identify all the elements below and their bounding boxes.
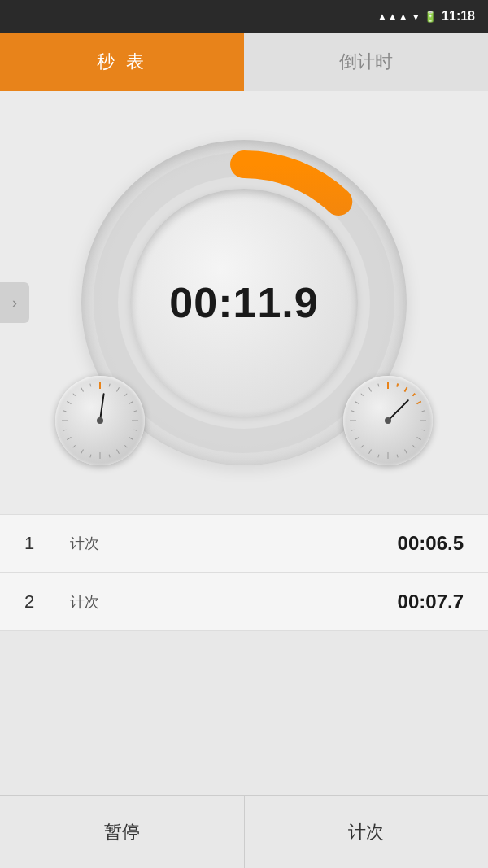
lap-1-number: 1 bbox=[24, 533, 57, 554]
svg-line-13 bbox=[81, 387, 84, 391]
svg-line-27 bbox=[100, 394, 104, 421]
tab-bar: 秒 表 倒计时 bbox=[0, 33, 488, 91]
lap-1-time: 00:06.5 bbox=[398, 532, 464, 555]
svg-line-49 bbox=[351, 430, 355, 430]
svg-line-9 bbox=[81, 450, 84, 454]
tab-stopwatch-label: 秒 表 bbox=[97, 50, 147, 74]
pause-button[interactable]: 暂停 bbox=[0, 796, 245, 868]
svg-line-57 bbox=[417, 402, 421, 404]
svg-line-14 bbox=[109, 384, 110, 387]
svg-line-56 bbox=[412, 394, 415, 396]
svg-line-52 bbox=[378, 384, 379, 387]
lap-2-label: 计次 bbox=[57, 592, 398, 612]
svg-line-58 bbox=[388, 400, 408, 421]
dial-left-ticks bbox=[55, 376, 145, 465]
pause-label: 暂停 bbox=[104, 820, 140, 844]
signal-icon: ▲▲▲ bbox=[377, 11, 408, 23]
svg-line-19 bbox=[109, 455, 110, 458]
svg-line-50 bbox=[351, 411, 355, 412]
dial-right-ticks bbox=[343, 376, 433, 465]
svg-line-46 bbox=[397, 455, 398, 458]
svg-point-59 bbox=[385, 417, 391, 424]
lap-1-label: 计次 bbox=[57, 534, 398, 553]
svg-line-55 bbox=[405, 387, 407, 391]
svg-line-25 bbox=[90, 384, 91, 387]
svg-line-48 bbox=[361, 445, 364, 447]
svg-line-33 bbox=[417, 438, 421, 440]
svg-line-54 bbox=[397, 384, 398, 387]
svg-line-3 bbox=[117, 387, 120, 391]
status-icons: ▲▲▲ ▾ 🔋 11:18 bbox=[377, 9, 475, 24]
arrow-button[interactable]: › bbox=[0, 282, 29, 323]
svg-point-28 bbox=[97, 417, 103, 424]
svg-line-51 bbox=[361, 394, 364, 396]
svg-line-45 bbox=[412, 445, 415, 447]
svg-line-4 bbox=[129, 402, 133, 404]
svg-line-23 bbox=[63, 411, 67, 412]
lap-2-time: 00:07.7 bbox=[398, 591, 464, 613]
svg-line-44 bbox=[422, 430, 425, 430]
svg-line-17 bbox=[134, 430, 137, 430]
svg-line-21 bbox=[73, 445, 76, 447]
svg-line-39 bbox=[355, 402, 359, 404]
timer-inner-circle: 00:11.9 bbox=[130, 189, 358, 417]
timer-display: 00:11.9 bbox=[169, 278, 318, 327]
tab-countdown[interactable]: 倒计时 bbox=[244, 33, 488, 91]
svg-line-10 bbox=[67, 438, 71, 440]
svg-line-43 bbox=[422, 411, 425, 412]
battery-icon: 🔋 bbox=[424, 11, 437, 23]
bottom-buttons: 暂停 计次 bbox=[0, 795, 488, 868]
timer-area: › 00:11.9 bbox=[0, 91, 488, 514]
dial-right bbox=[343, 376, 433, 465]
svg-line-12 bbox=[67, 402, 71, 404]
lap-button[interactable]: 计次 bbox=[245, 796, 489, 868]
wifi-icon: ▾ bbox=[413, 11, 419, 23]
dial-left bbox=[55, 376, 145, 465]
svg-line-6 bbox=[129, 438, 133, 440]
svg-line-24 bbox=[73, 394, 76, 396]
svg-line-37 bbox=[355, 438, 359, 440]
svg-line-47 bbox=[378, 455, 379, 458]
dial-left-face bbox=[55, 376, 145, 465]
dial-right-face bbox=[343, 376, 433, 465]
tab-stopwatch[interactable]: 秒 表 bbox=[0, 33, 244, 91]
svg-line-36 bbox=[369, 450, 372, 454]
svg-line-7 bbox=[117, 450, 120, 454]
lap-label: 计次 bbox=[348, 820, 384, 844]
arrow-icon: › bbox=[12, 294, 17, 312]
svg-line-22 bbox=[63, 430, 67, 430]
lap-2-number: 2 bbox=[24, 591, 57, 613]
svg-line-16 bbox=[134, 411, 137, 412]
status-time: 11:18 bbox=[442, 9, 475, 24]
svg-line-34 bbox=[405, 450, 407, 454]
lap-row-2: 2 计次 00:07.7 bbox=[0, 573, 488, 631]
status-bar: ▲▲▲ ▾ 🔋 11:18 bbox=[0, 0, 488, 33]
svg-line-15 bbox=[124, 394, 127, 396]
svg-line-40 bbox=[369, 387, 372, 391]
lap-list: 1 计次 00:06.5 2 计次 00:07.7 bbox=[0, 514, 488, 631]
svg-line-18 bbox=[124, 445, 127, 447]
lap-row-1: 1 计次 00:06.5 bbox=[0, 514, 488, 573]
svg-line-20 bbox=[90, 455, 91, 458]
tab-countdown-label: 倒计时 bbox=[339, 50, 393, 74]
